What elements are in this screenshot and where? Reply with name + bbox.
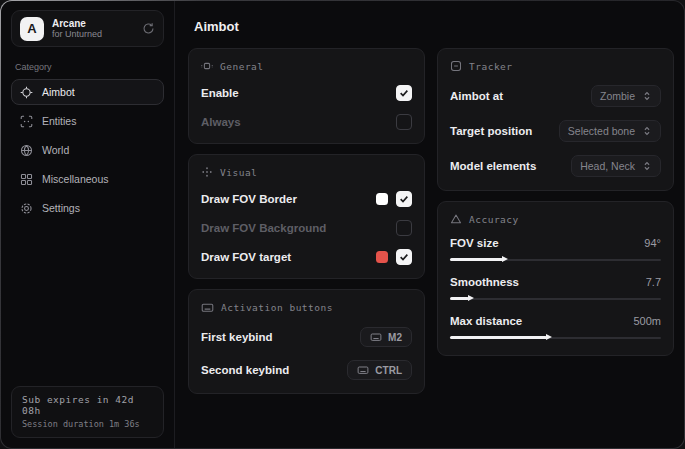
setting-label: Aimbot at	[450, 90, 503, 102]
sliders-icon	[201, 60, 213, 72]
target-position-dropdown[interactable]: Selected bone	[559, 120, 661, 142]
setting-label: FOV size	[450, 237, 499, 249]
setting-row-fov-target: Draw FOV target	[201, 249, 412, 265]
window-frame: A Arcane for Unturned Category Aimbot	[0, 0, 685, 449]
fov-target-checkbox[interactable]	[396, 249, 412, 265]
sidebar-item-world[interactable]: World	[11, 137, 164, 163]
second-keybind-button[interactable]: CTRL	[347, 360, 412, 380]
setting-row-smoothness: Smoothness 7.7	[450, 276, 661, 303]
setting-label: Smoothness	[450, 276, 519, 288]
activation-card-header: Activation buttons	[201, 301, 412, 314]
keyboard-icon	[357, 364, 369, 376]
slider-fill	[450, 258, 503, 261]
grid-icon	[20, 173, 33, 186]
fov-target-color-swatch[interactable]	[376, 251, 388, 263]
dropdown-value: Head, Neck	[580, 160, 635, 172]
fov-border-checkbox[interactable]	[396, 191, 412, 207]
keybind-value: CTRL	[375, 365, 402, 376]
sidebar-item-miscellaneous[interactable]: Miscellaneous	[11, 166, 164, 192]
slider-thumb[interactable]	[546, 334, 552, 340]
crosshair-icon	[20, 86, 33, 99]
keyboard-icon	[370, 331, 382, 343]
sidebar-item-entities[interactable]: Entities	[11, 108, 164, 134]
visual-card: Visual Draw FOV Border Draw FOV Backgrou…	[188, 154, 425, 279]
chevron-up-down-icon	[642, 126, 652, 136]
sidebar-nav: Aimbot Entities World	[11, 79, 164, 221]
card-title: Accuracy	[469, 214, 519, 225]
fov-background-checkbox[interactable]	[396, 220, 412, 236]
accuracy-card-header: Accuracy	[450, 213, 661, 225]
setting-row-second-keybind: Second keybind CTRL	[201, 360, 412, 380]
sidebar-item-label: Miscellaneous	[42, 173, 109, 185]
setting-label: Always	[201, 116, 241, 128]
setting-row-aimbot-at: Aimbot at Zombie	[450, 85, 661, 107]
globe-icon	[20, 144, 33, 157]
max-distance-slider[interactable]	[450, 333, 661, 342]
right-column: Tracker Aimbot at Zombie	[437, 48, 674, 394]
visual-card-header: Visual	[201, 166, 412, 178]
setting-label: Second keybind	[201, 364, 289, 376]
app-logo: A	[20, 17, 44, 41]
gear-icon	[20, 202, 33, 215]
setting-row-target-position: Target position Selected bone	[450, 120, 661, 142]
tracker-icon	[450, 60, 462, 72]
app-name: Arcane	[52, 18, 134, 30]
chevron-up-down-icon	[642, 161, 652, 171]
refresh-icon[interactable]	[142, 22, 155, 35]
slider-fill	[450, 336, 547, 339]
setting-label: Enable	[201, 87, 239, 99]
main-content: Aimbot General	[175, 1, 684, 448]
scan-icon	[20, 115, 33, 128]
setting-row-fov-size: FOV size 94°	[450, 237, 661, 264]
model-elements-dropdown[interactable]: Head, Neck	[571, 155, 661, 177]
general-card: General Enable Always	[188, 48, 425, 144]
aimbot-at-dropdown[interactable]: Zombie	[591, 85, 661, 107]
fov-size-slider[interactable]	[450, 255, 661, 264]
dropdown-value: Selected bone	[568, 125, 635, 137]
sidebar-item-settings[interactable]: Settings	[11, 195, 164, 221]
card-title: Visual	[220, 167, 257, 178]
slider-track	[450, 298, 661, 300]
setting-label: Model elements	[450, 160, 536, 172]
always-checkbox[interactable]	[396, 114, 412, 130]
card-title: Tracker	[469, 61, 513, 72]
triangle-icon	[450, 213, 462, 225]
accuracy-card: Accuracy FOV size 94°	[437, 201, 674, 356]
sidebar-item-label: Entities	[42, 115, 76, 127]
sparkle-icon	[201, 166, 213, 178]
smoothness-slider[interactable]	[450, 294, 661, 303]
category-label: Category	[15, 62, 160, 72]
fov-size-value: 94°	[644, 237, 661, 249]
sidebar-item-label: Aimbot	[42, 86, 75, 98]
sidebar-item-label: World	[42, 144, 69, 156]
sidebar: A Arcane for Unturned Category Aimbot	[1, 1, 175, 448]
setting-row-enable: Enable	[201, 85, 412, 101]
setting-label: Target position	[450, 125, 532, 137]
setting-label: Draw FOV Border	[201, 193, 297, 205]
app-subtitle: for Unturned	[52, 29, 134, 39]
keybind-value: M2	[388, 332, 402, 343]
card-title: Activation buttons	[221, 302, 333, 313]
keyboard-icon	[201, 301, 214, 314]
dropdown-value: Zombie	[600, 90, 635, 102]
slider-thumb[interactable]	[468, 295, 474, 301]
setting-row-first-keybind: First keybind M2	[201, 327, 412, 347]
max-distance-value: 500m	[633, 315, 661, 327]
left-column: General Enable Always	[188, 48, 425, 394]
chevron-up-down-icon	[642, 91, 652, 101]
sidebar-item-aimbot[interactable]: Aimbot	[11, 79, 164, 105]
card-title: General	[220, 61, 264, 72]
setting-row-max-distance: Max distance 500m	[450, 315, 661, 342]
setting-row-fov-border: Draw FOV Border	[201, 191, 412, 207]
enable-checkbox[interactable]	[396, 85, 412, 101]
setting-label: First keybind	[201, 331, 273, 343]
arcane-window: A Arcane for Unturned Category Aimbot	[1, 1, 684, 448]
fov-border-color-swatch[interactable]	[376, 193, 388, 205]
setting-label: Draw FOV Background	[201, 222, 326, 234]
setting-label: Max distance	[450, 315, 522, 327]
first-keybind-button[interactable]: M2	[360, 327, 412, 347]
page-title: Aimbot	[194, 19, 674, 34]
slider-thumb[interactable]	[502, 256, 508, 262]
setting-row-fov-background: Draw FOV Background	[201, 220, 412, 236]
session-duration-text: Session duration 1m 36s	[22, 419, 153, 429]
